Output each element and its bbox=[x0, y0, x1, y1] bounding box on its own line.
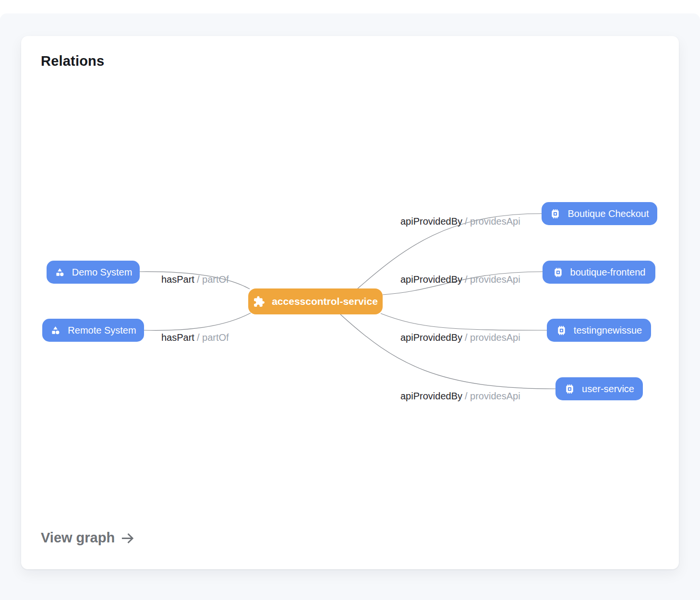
node-boutique-checkout[interactable]: Boutique Checkout bbox=[542, 202, 657, 225]
node-label: testingnewissue bbox=[574, 325, 642, 336]
puzzle-icon bbox=[253, 296, 265, 308]
edge-center-to-testing bbox=[381, 313, 547, 330]
system-shapes-icon bbox=[54, 267, 65, 278]
edge-label-apiprovidedby-testing: apiProvidedBy/ providesApi bbox=[400, 332, 520, 343]
node-label: accesscontrol-service bbox=[272, 296, 378, 307]
edge-label-secondary: / providesApi bbox=[465, 391, 520, 401]
edge-label-primary: apiProvidedBy bbox=[400, 216, 462, 227]
edge-center-to-user bbox=[340, 314, 555, 389]
view-graph-link[interactable]: View graph bbox=[41, 529, 135, 546]
relations-card: Relations hasPart/ partOf hasPart/ partO… bbox=[21, 36, 679, 569]
chip-icon bbox=[553, 267, 564, 278]
node-label: Demo System bbox=[72, 267, 133, 278]
edge-remote-to-center bbox=[144, 313, 251, 330]
edge-label-primary: hasPart bbox=[161, 332, 194, 343]
chip-icon bbox=[550, 208, 561, 219]
edge-label-apiprovidedby-checkout: apiProvidedBy/ providesApi bbox=[400, 216, 520, 227]
arrow-right-icon bbox=[120, 529, 135, 546]
node-label: boutique-frontend bbox=[570, 267, 646, 278]
edge-label-secondary: / providesApi bbox=[465, 216, 520, 227]
chip-icon bbox=[564, 384, 575, 395]
edge-label-primary: hasPart bbox=[161, 274, 194, 285]
node-remote-system[interactable]: Remote System bbox=[42, 319, 144, 342]
edge-label-secondary: / partOf bbox=[197, 332, 229, 343]
node-user-service[interactable]: user-service bbox=[555, 377, 643, 400]
edge-label-secondary: / partOf bbox=[197, 274, 229, 285]
node-label: Boutique Checkout bbox=[567, 208, 649, 219]
node-label: Remote System bbox=[68, 325, 136, 336]
edge-label-secondary: / providesApi bbox=[465, 332, 520, 343]
edge-label-haspart-demo: hasPart/ partOf bbox=[161, 274, 229, 285]
node-demo-system[interactable]: Demo System bbox=[47, 261, 140, 284]
edge-label-primary: apiProvidedBy bbox=[400, 332, 462, 343]
node-boutique-frontend[interactable]: boutique-frontend bbox=[543, 261, 655, 284]
edge-label-secondary: / providesApi bbox=[465, 274, 520, 285]
edge-label-apiprovidedby-frontend: apiProvidedBy/ providesApi bbox=[400, 274, 520, 285]
node-label: user-service bbox=[582, 384, 634, 395]
screen: Relations hasPart/ partOf hasPart/ partO… bbox=[0, 0, 700, 600]
relations-graph: hasPart/ partOf hasPart/ partOf apiProvi… bbox=[21, 36, 679, 569]
edge-label-primary: apiProvidedBy bbox=[400, 391, 462, 401]
edge-label-haspart-remote: hasPart/ partOf bbox=[161, 332, 229, 343]
edge-label-primary: apiProvidedBy bbox=[400, 274, 462, 285]
view-graph-label: View graph bbox=[41, 530, 115, 546]
chip-icon bbox=[556, 325, 567, 336]
edge-label-apiprovidedby-user: apiProvidedBy/ providesApi bbox=[400, 391, 520, 402]
node-testingnewissue[interactable]: testingnewissue bbox=[547, 319, 651, 342]
system-shapes-icon bbox=[50, 325, 61, 336]
node-accesscontrol-service[interactable]: accesscontrol-service bbox=[248, 288, 383, 314]
